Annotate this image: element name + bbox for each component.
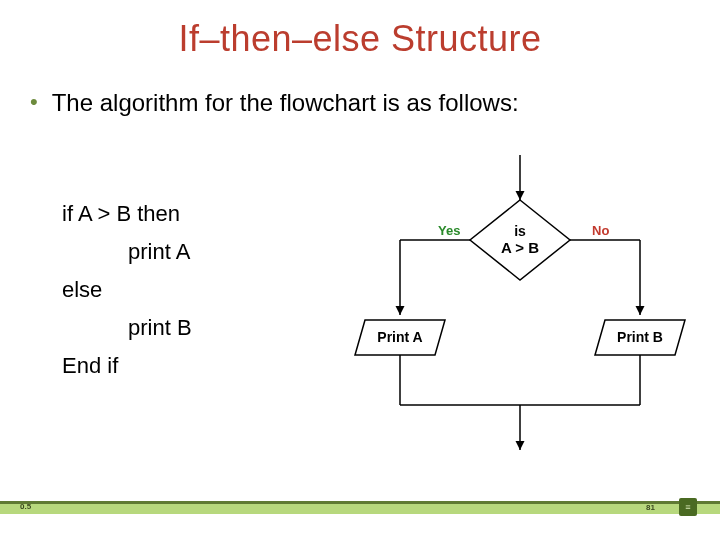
footer-accent-light <box>0 504 720 514</box>
pseudo-text: print B <box>128 315 192 340</box>
pseudo-line: print A <box>62 233 192 271</box>
print-a-text: Print A <box>377 329 422 345</box>
bullet-icon: • <box>30 88 38 116</box>
menu-icon: ≡ <box>685 503 690 512</box>
menu-badge[interactable]: ≡ <box>679 498 697 516</box>
decision-text-1: is <box>514 223 526 239</box>
flowchart-diagram: is A > B Yes No Print A Print B <box>340 150 700 470</box>
pseudocode-block: if A > B then print A else print B End i… <box>62 195 192 385</box>
bullet-item: • The algorithm for the flowchart is as … <box>30 88 690 118</box>
pseudo-line: else <box>62 271 192 309</box>
slide: If–then–else Structure • The algorithm f… <box>0 0 720 540</box>
no-label: No <box>592 223 609 238</box>
pseudo-line: if A > B then <box>62 195 192 233</box>
bullet-text: The algorithm for the flowchart is as fo… <box>52 88 519 118</box>
pseudo-line: End if <box>62 347 192 385</box>
page-number: 81 <box>646 503 655 512</box>
pseudo-text: print A <box>128 239 190 264</box>
pseudo-line: print B <box>62 309 192 347</box>
print-b-text: Print B <box>617 329 663 345</box>
decision-text-2: A > B <box>501 239 539 256</box>
version-label: 0.5 <box>20 502 31 511</box>
yes-label: Yes <box>438 223 460 238</box>
footer-bar: 0.5 81 ≡ <box>0 501 720 525</box>
slide-title: If–then–else Structure <box>0 18 720 60</box>
